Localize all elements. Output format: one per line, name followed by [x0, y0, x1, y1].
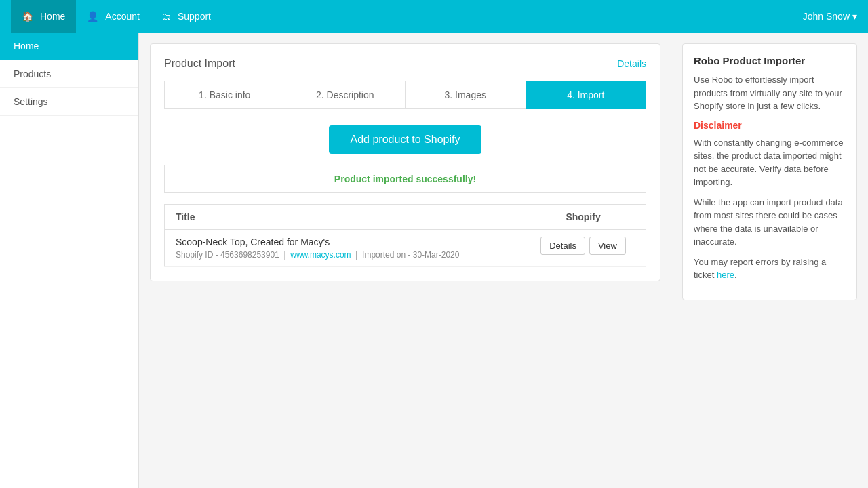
step-images-label: 3. Images	[445, 89, 486, 100]
product-import-card: Product Import Details 1. Basic info 2. …	[150, 43, 660, 281]
product-title: Scoop-Neck Top, Created for Macy's	[176, 237, 510, 247]
add-product-label: Add product to Shopify	[351, 134, 460, 145]
card-header: Product Import Details	[164, 58, 646, 70]
top-navigation: 🏠 Home 👤 Account 🗂 Support John Snow ▾	[0, 0, 868, 33]
disclaimer-3: You may report errors by raising a ticke…	[694, 256, 846, 282]
step-import-label: 4. Import	[567, 89, 604, 100]
step-description-label: 2. Description	[316, 89, 374, 100]
sidebar-products-label: Products	[14, 68, 51, 79]
sidebar-settings-label: Settings	[14, 96, 48, 107]
product-title-cell: Scoop-Neck Top, Created for Macy's Shopi…	[165, 230, 521, 267]
stepper: 1. Basic info 2. Description 3. Images 4…	[164, 81, 646, 109]
home-icon: 🏠	[22, 11, 33, 22]
page-layout: Home Products Settings Product Import De…	[0, 33, 868, 488]
source-url-link[interactable]: www.macys.com	[290, 250, 351, 260]
table-header-row: Title Shopify	[165, 205, 646, 230]
product-actions-cell: Details View	[521, 230, 646, 267]
success-message: Product imported successfully!	[164, 165, 646, 193]
user-menu[interactable]: John Snow ▾	[803, 11, 857, 22]
disclaimer-1: With constantly changing e-commerce site…	[694, 136, 846, 189]
add-product-button[interactable]: Add product to Shopify	[329, 125, 482, 154]
nav-home-label: Home	[40, 11, 65, 22]
table-row: Scoop-Neck Top, Created for Macy's Shopi…	[165, 230, 646, 267]
sidebar-home-label: Home	[14, 41, 39, 52]
product-actions: Details View	[532, 237, 635, 255]
sidebar-item-home[interactable]: Home	[0, 33, 138, 60]
right-panel: Robo Product Importer Use Robo to effort…	[671, 33, 868, 488]
details-btn-label: Details	[549, 241, 576, 251]
step-basic-info-label: 1. Basic info	[199, 89, 250, 100]
info-card-title: Robo Product Importer	[694, 55, 846, 66]
step-basic-info[interactable]: 1. Basic info	[164, 81, 285, 109]
account-icon: 👤	[87, 11, 98, 22]
view-btn-label: View	[598, 241, 617, 251]
nav-left: 🏠 Home 👤 Account 🗂 Support	[11, 0, 222, 33]
sidebar-item-settings[interactable]: Settings	[0, 88, 138, 116]
disclaimer-3-prefix: You may report errors by raising a ticke…	[694, 257, 826, 281]
support-icon: 🗂	[161, 11, 171, 22]
disclaimer-2: While the app can import product data fr…	[694, 196, 846, 249]
disclaimer-here-link[interactable]: here	[717, 270, 734, 280]
import-section: Add product to Shopify	[164, 125, 646, 154]
details-link[interactable]: Details	[617, 58, 646, 69]
col-title: Title	[165, 205, 521, 230]
card-title: Product Import	[164, 58, 235, 70]
view-button[interactable]: View	[589, 237, 626, 255]
nav-account-label: Account	[105, 11, 140, 22]
step-images[interactable]: 3. Images	[405, 81, 526, 109]
info-card: Robo Product Importer Use Robo to effort…	[682, 43, 857, 300]
nav-account[interactable]: 👤 Account	[76, 0, 151, 33]
nav-support[interactable]: 🗂 Support	[151, 0, 222, 33]
step-import[interactable]: 4. Import	[526, 81, 647, 109]
nav-home[interactable]: 🏠 Home	[11, 0, 76, 33]
user-dropdown-icon: ▾	[852, 11, 857, 22]
success-text: Product imported successfully!	[334, 174, 476, 184]
disclaimer-label: Disclaimer	[694, 120, 846, 131]
sidebar: Home Products Settings	[0, 33, 139, 488]
sidebar-item-products[interactable]: Products	[0, 60, 138, 88]
user-name: John Snow	[803, 11, 850, 22]
nav-support-label: Support	[178, 11, 211, 22]
product-meta: Shopify ID - 4563698253901 | www.macys.c…	[176, 250, 510, 260]
col-shopify: Shopify	[521, 205, 646, 230]
info-intro: Use Robo to effortlessly import products…	[694, 73, 846, 113]
shopify-id: Shopify ID - 4563698253901	[176, 250, 279, 260]
imported-on: Imported on - 30-Mar-2020	[362, 250, 459, 260]
step-description[interactable]: 2. Description	[285, 81, 406, 109]
details-button[interactable]: Details	[540, 237, 585, 255]
disclaimer-3-suffix: .	[734, 270, 737, 280]
product-table: Title Shopify Scoop-Neck Top, Created fo…	[164, 204, 646, 267]
main-content: Product Import Details 1. Basic info 2. …	[139, 33, 671, 488]
